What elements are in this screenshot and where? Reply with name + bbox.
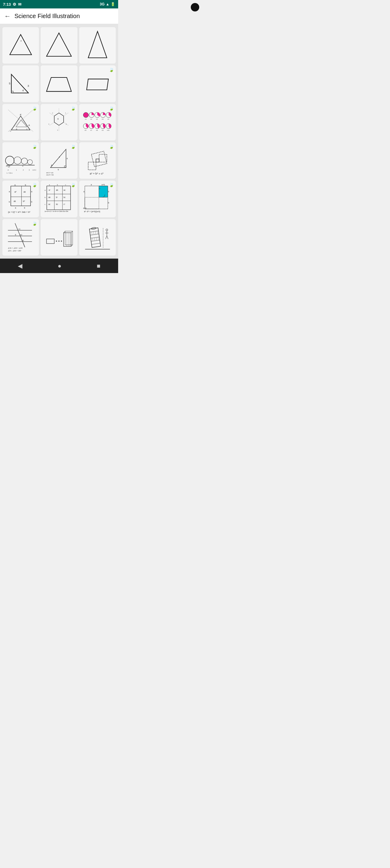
circles-line-svg: A 1 2 3 π=3.14 L = 2π·n B' A' bbox=[5, 145, 36, 176]
page-title: Science Field Illustration bbox=[14, 13, 80, 20]
leaf-badge-6: 🍃 bbox=[109, 67, 114, 72]
app-header: ← Science Field Illustration bbox=[0, 8, 118, 24]
svg-text:B: B bbox=[15, 234, 16, 236]
status-right: 3G ▲ 🔋 bbox=[100, 2, 115, 6]
leaf-badge-8: 🍃 bbox=[70, 106, 76, 111]
svg-text:A': A' bbox=[22, 165, 24, 167]
nav-back-button[interactable]: ◀ bbox=[18, 262, 22, 270]
svg-text:A': A' bbox=[20, 113, 22, 116]
svg-text:A: A bbox=[51, 164, 53, 166]
triangle-tall-svg bbox=[82, 30, 113, 61]
triangle-isosceles-svg: ∧ bbox=[5, 30, 36, 61]
card-diff-squares[interactable]: 🍃 a a+b b b a a+b a²- b² = (a+b)(a-b) b² bbox=[79, 181, 116, 217]
card-circles-line[interactable]: 🍃 A 1 2 3 π=3.14 L = 2π·n B' A' bbox=[2, 142, 39, 179]
svg-text:a: a bbox=[84, 190, 85, 193]
svg-text:5: 5 bbox=[9, 82, 10, 85]
svg-text:4: 4 bbox=[22, 89, 24, 92]
svg-text:1: 1 bbox=[65, 112, 66, 114]
svg-text:a+b: a+b bbox=[83, 207, 87, 210]
svg-marker-9 bbox=[47, 78, 72, 91]
svg-text:ab: ab bbox=[13, 200, 16, 202]
svg-marker-3 bbox=[88, 31, 107, 58]
card-trinomial-sq[interactable]: 🍃 a b c a b c a² ab ac ab b² bc ac bc c²… bbox=[41, 181, 77, 217]
svg-line-165 bbox=[96, 238, 96, 241]
svg-text:1/10: 1/10 bbox=[107, 130, 110, 131]
svg-text:∧: ∧ bbox=[20, 39, 22, 42]
svg-line-162 bbox=[97, 231, 97, 234]
svg-point-57 bbox=[27, 160, 33, 165]
nav-recent-button[interactable]: ■ bbox=[97, 262, 100, 270]
card-pythagorean[interactable]: 🍃 a² + b² = c² bbox=[79, 142, 116, 179]
svg-text:a: a bbox=[91, 184, 92, 186]
pythagorean-svg: a² + b² = c² bbox=[82, 145, 113, 176]
svg-text:b²: b² bbox=[56, 196, 58, 198]
bottom-nav: ◀ ● ■ bbox=[0, 258, 118, 273]
svg-line-155 bbox=[91, 237, 99, 238]
svg-text:b: b bbox=[108, 202, 109, 204]
card-parallel-lines[interactable]: 🍃 A1 A2 B A3 ∠A1 = ∠A2 = ∠A3 ∠B + ∠A3 = … bbox=[2, 219, 39, 255]
svg-text:b²: b² bbox=[99, 188, 100, 190]
svg-text:a²: a² bbox=[14, 190, 17, 193]
svg-rect-144 bbox=[64, 233, 71, 246]
leaf-badge-13: 🍃 bbox=[32, 182, 37, 187]
svg-text:b: b bbox=[31, 201, 32, 203]
svg-text:1/8: 1/8 bbox=[96, 130, 98, 131]
card-fractions-circles[interactable]: 🍃 1/1 1/2 1/3 1/4 1/5 1/6 1/7 bbox=[79, 104, 116, 141]
svg-marker-2 bbox=[47, 33, 72, 56]
svg-text:c: c bbox=[65, 184, 66, 186]
trinomial-sq-svg: a b c a b c a² ab ac ab b² bc ac bc c² (… bbox=[43, 183, 74, 214]
svg-text:c²: c² bbox=[64, 203, 65, 205]
svg-point-55 bbox=[14, 157, 21, 164]
card-right-triangle[interactable]: 5 4 3 bbox=[2, 65, 39, 102]
card-trapezoid[interactable] bbox=[41, 65, 77, 102]
card-triangle-isosceles[interactable]: ∧ bbox=[2, 27, 39, 64]
card-trig-triangle[interactable]: 🍃 A c a b sin A = a/c cos A = b/c tan A … bbox=[41, 142, 77, 179]
svg-text:b²: b² bbox=[23, 200, 25, 203]
svg-marker-67 bbox=[51, 149, 66, 167]
battery-icon: 🔋 bbox=[111, 2, 115, 6]
email-icon: ✉ bbox=[18, 2, 21, 7]
leaf-badge-16: 🍃 bbox=[32, 221, 37, 226]
card-triangle-tall[interactable] bbox=[79, 27, 116, 64]
svg-text:bc: bc bbox=[56, 203, 58, 205]
svg-point-143 bbox=[61, 241, 62, 242]
svg-text:ac: ac bbox=[49, 203, 51, 205]
svg-point-54 bbox=[5, 156, 14, 165]
time-display: 7:13 bbox=[3, 2, 11, 7]
card-hexagon-net[interactable]: 🍃 6 2 1 6 3 4 bbox=[41, 104, 77, 141]
leaf-badge-14: 🍃 bbox=[70, 182, 76, 187]
svg-text:1/9: 1/9 bbox=[101, 130, 104, 131]
svg-text:L = 2π·n: L = 2π·n bbox=[7, 172, 12, 174]
svg-rect-82 bbox=[11, 186, 31, 206]
card-binomial-sq[interactable]: 🍃 a b a b a² ab ab b² a b a b (a + b)² =… bbox=[2, 181, 39, 217]
svg-text:1/6: 1/6 bbox=[84, 130, 87, 131]
3d-rectangles-svg bbox=[43, 222, 74, 253]
right-triangle-svg: 5 4 3 bbox=[5, 68, 36, 99]
back-button[interactable]: ← bbox=[4, 12, 11, 20]
parallelogram-svg bbox=[82, 68, 113, 99]
svg-text:3: 3 bbox=[29, 169, 30, 171]
svg-text:a: a bbox=[49, 184, 50, 186]
parallel-lines-svg: A1 A2 B A3 ∠A1 = ∠A2 = ∠A3 ∠B + ∠A3 = 18… bbox=[5, 222, 36, 253]
svg-line-172 bbox=[106, 236, 107, 239]
card-triangle-congruence[interactable]: 🍃 A A' C' B C bbox=[2, 104, 39, 141]
svg-text:a: a bbox=[15, 207, 16, 209]
svg-text:C': C' bbox=[10, 130, 12, 132]
leaf-badge-10: 🍃 bbox=[32, 144, 37, 149]
svg-text:1/5: 1/5 bbox=[107, 119, 110, 120]
svg-marker-77 bbox=[96, 159, 99, 162]
svg-text:3: 3 bbox=[27, 84, 29, 87]
card-3d-rectangles[interactable] bbox=[41, 219, 77, 255]
card-parallelogram[interactable]: 🍃 bbox=[79, 65, 116, 102]
svg-rect-80 bbox=[99, 154, 107, 162]
card-triangle-equilateral[interactable] bbox=[41, 27, 77, 64]
svg-text:4: 4 bbox=[57, 129, 58, 131]
illustration-grid: ∧ 5 4 3 🍃 🍃 bbox=[0, 24, 118, 258]
svg-text:c: c bbox=[44, 204, 46, 205]
svg-marker-20 bbox=[55, 113, 64, 125]
card-leaning-tower[interactable] bbox=[79, 219, 116, 255]
nav-home-button[interactable]: ● bbox=[58, 262, 61, 270]
svg-point-141 bbox=[56, 241, 57, 242]
svg-line-159 bbox=[92, 232, 92, 235]
svg-text:cos A = b/c: cos A = b/c bbox=[47, 174, 54, 176]
